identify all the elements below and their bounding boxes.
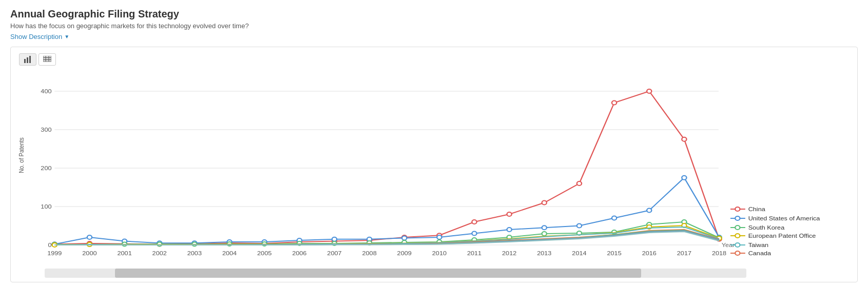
svg-text:2017: 2017 bbox=[677, 250, 691, 257]
chart-scrollbar[interactable] bbox=[45, 269, 746, 278]
svg-text:European Patent Office: European Patent Office bbox=[748, 233, 816, 239]
svg-point-70 bbox=[402, 236, 407, 240]
chart-container: No. of Patents 400 300 200 100 0 bbox=[10, 47, 858, 282]
svg-point-72 bbox=[472, 232, 476, 236]
svg-point-118 bbox=[735, 243, 740, 247]
svg-point-78 bbox=[682, 176, 686, 180]
svg-text:China: China bbox=[748, 206, 766, 213]
south-korea-line bbox=[54, 222, 719, 244]
svg-text:400: 400 bbox=[41, 88, 52, 95]
svg-point-94 bbox=[542, 232, 547, 236]
svg-point-106 bbox=[735, 207, 740, 211]
svg-point-57 bbox=[647, 89, 651, 93]
svg-text:1999: 1999 bbox=[47, 250, 62, 257]
show-description-toggle[interactable]: Show Description ▼ bbox=[10, 33, 69, 40]
svg-text:2013: 2013 bbox=[537, 250, 552, 257]
svg-point-112 bbox=[735, 225, 740, 230]
svg-text:2011: 2011 bbox=[467, 250, 482, 257]
svg-point-58 bbox=[682, 137, 686, 141]
svg-point-73 bbox=[507, 228, 512, 232]
svg-point-77 bbox=[647, 209, 651, 213]
svg-text:2015: 2015 bbox=[607, 250, 622, 257]
svg-point-71 bbox=[437, 235, 441, 239]
chevron-down-icon: ▼ bbox=[64, 34, 69, 39]
svg-text:100: 100 bbox=[41, 203, 52, 210]
svg-point-74 bbox=[542, 225, 547, 230]
bar-chart-icon bbox=[24, 56, 32, 63]
svg-rect-0 bbox=[24, 59, 26, 63]
svg-text:2009: 2009 bbox=[397, 250, 412, 257]
svg-text:2002: 2002 bbox=[152, 250, 167, 257]
china-line bbox=[54, 91, 719, 244]
svg-text:2010: 2010 bbox=[432, 250, 447, 257]
page: Annual Geographic Filing Strategy How ha… bbox=[0, 0, 868, 308]
svg-point-68 bbox=[332, 237, 337, 241]
svg-rect-4 bbox=[43, 58, 51, 59]
svg-text:2006: 2006 bbox=[292, 250, 307, 257]
svg-point-75 bbox=[577, 224, 582, 228]
svg-point-121 bbox=[735, 251, 740, 255]
svg-text:No. of Patents: No. of Patents bbox=[17, 137, 25, 173]
svg-text:2008: 2008 bbox=[362, 250, 377, 257]
svg-point-52 bbox=[472, 220, 476, 224]
page-subtitle: How has the focus on geographic markets … bbox=[10, 22, 858, 30]
svg-text:2000: 2000 bbox=[82, 250, 97, 257]
svg-rect-1 bbox=[27, 57, 28, 63]
main-chart: No. of Patents 400 300 200 100 0 bbox=[19, 71, 849, 265]
svg-point-55 bbox=[577, 181, 582, 186]
svg-rect-3 bbox=[43, 56, 51, 57]
svg-text:2001: 2001 bbox=[117, 250, 132, 257]
svg-text:2004: 2004 bbox=[222, 250, 237, 257]
table-view-button[interactable] bbox=[38, 53, 56, 66]
scrollbar-thumb[interactable] bbox=[115, 269, 641, 278]
svg-point-61 bbox=[87, 235, 92, 239]
svg-text:300: 300 bbox=[41, 127, 52, 133]
page-title: Annual Geographic Filing Strategy bbox=[10, 8, 858, 20]
svg-text:United States of America: United States of America bbox=[748, 215, 820, 222]
toolbar bbox=[19, 53, 849, 66]
svg-point-76 bbox=[612, 216, 616, 220]
table-icon bbox=[43, 56, 51, 63]
svg-text:2014: 2014 bbox=[572, 250, 587, 257]
svg-text:Canada: Canada bbox=[748, 250, 771, 257]
svg-text:2012: 2012 bbox=[502, 250, 516, 257]
svg-point-54 bbox=[542, 201, 547, 205]
svg-rect-5 bbox=[43, 60, 51, 61]
svg-text:2003: 2003 bbox=[187, 250, 202, 257]
svg-text:Taiwan: Taiwan bbox=[748, 242, 769, 249]
svg-text:South Korea: South Korea bbox=[748, 224, 785, 231]
chart-area: No. of Patents 400 300 200 100 0 bbox=[19, 71, 849, 265]
svg-text:2016: 2016 bbox=[642, 250, 657, 257]
svg-point-56 bbox=[612, 101, 616, 105]
svg-text:200: 200 bbox=[41, 165, 52, 172]
chart-view-button[interactable] bbox=[19, 53, 36, 66]
svg-point-53 bbox=[507, 212, 512, 216]
svg-point-115 bbox=[735, 234, 740, 238]
svg-rect-2 bbox=[29, 56, 31, 63]
svg-text:2007: 2007 bbox=[327, 250, 341, 257]
svg-text:0: 0 bbox=[48, 242, 51, 249]
svg-text:2005: 2005 bbox=[257, 250, 272, 257]
svg-point-109 bbox=[735, 216, 740, 220]
svg-text:2018: 2018 bbox=[712, 250, 727, 257]
